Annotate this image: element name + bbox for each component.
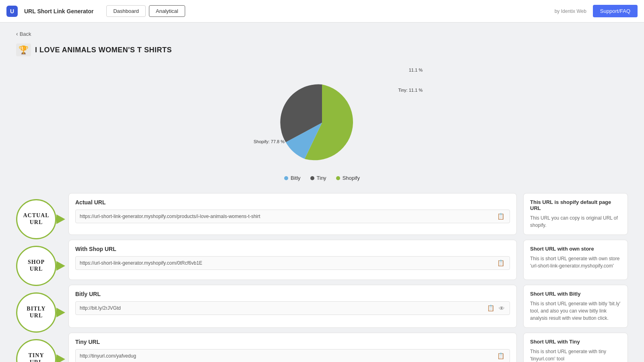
card-row-3: Tiny URLhttp://tinyurl.com/yafvedug📋Shor… [68,333,628,362]
bubble-wrapper-3: TinyURL [16,337,68,362]
copy-button-1[interactable]: 📋 [496,259,506,267]
copy-button-0[interactable]: 📋 [496,213,506,220]
analytical-button[interactable]: Analytical [149,5,185,17]
legend-shopify: Shopify [336,175,360,181]
bubble-wrapper-2: BitlyURL [16,290,68,335]
url-input-row-2: http://bit.ly/2rJVGtd📋👁 [75,301,510,315]
bubble-pointer-icon [56,354,65,362]
tiny-pct: 11.1 % [409,88,423,93]
desc-card-text-1: This is short URL generate with own stor… [530,255,621,269]
desc-card-3: Short URL with TinyThis is short URL gen… [523,333,628,362]
bubble-pointer-icon [56,308,65,317]
desc-card-text-2: This is short URL generate with bitly 'b… [530,300,621,322]
header-right: by Identix Web Support/FAQ [555,5,638,17]
app-logo: U [6,6,18,17]
legend-dot-bitly [284,176,288,180]
trophy-icon: 🏆 [16,43,31,56]
url-input-row-1: https://url-short-link-generator.myshopi… [75,256,510,270]
bubble-pointer-icon [56,261,65,271]
card-row-2: Bitly URLhttp://bit.ly/2rJVGtd📋👁Short UR… [68,285,628,328]
url-value-2: http://bit.ly/2rJVGtd [80,305,484,311]
product-title: I LOVE ANIMALS WOMEN'S T SHIRTS [35,46,172,54]
url-card-1: With Shop URLhttps://url-short-link-gene… [68,240,517,280]
desc-card-title-1: Short URL with own store [530,246,621,252]
header: U URL Short Link Generator Dashboard Ana… [0,0,644,23]
url-card-title-3: Tiny URL [75,339,510,345]
legend-tiny: Tiny [310,175,326,181]
desc-card-title-2: Short URL with Bitly [530,291,621,297]
cards-column: Actual URLhttps://url-short-link-generat… [68,193,628,362]
url-card-title-0: Actual URL [75,199,510,206]
legend-bitly: Bitly [284,175,301,181]
chart-legend: Bitly Tiny Shopify [284,175,360,181]
bubble-pointer-icon [56,214,65,224]
url-card-title-1: With Shop URL [75,246,510,252]
bubble-wrapper-1: ShopURL [16,244,68,288]
desc-card-2: Short URL with BitlyThis is short URL ge… [523,285,628,328]
url-input-row-3: http://tinyurl.com/yafvedug📋 [75,349,510,362]
back-link[interactable]: ‹ Back [16,31,628,37]
legend-label-shopify: Shopify [343,175,360,181]
card-row-1: With Shop URLhttps://url-short-link-gene… [68,240,628,280]
tiny-label: Tiny: 11.1 % [398,88,423,93]
bubble-wrapper-0: ActualURL [16,197,68,241]
url-card-title-2: Bitly URL [75,291,510,297]
app-title: URL Short Link Generator [24,8,93,14]
header-left: U URL Short Link Generator Dashboard Ana… [6,5,185,17]
bubble-2: BitlyURL [16,292,56,333]
url-card-3: Tiny URLhttp://tinyurl.com/yafvedug📋 [68,333,517,362]
desc-card-text-0: This URL you can copy is original URL of… [530,214,621,229]
copy-button-3[interactable]: 📋 [496,352,506,360]
header-nav: Dashboard Analytical [106,5,185,17]
url-value-0: https://url-short-link-generator.myshopi… [80,214,494,219]
bubble-3: TinyURL [16,339,56,362]
back-label: Back [20,31,31,37]
legend-label-bitly: Bitly [291,175,301,181]
attribution-text: by Identix Web [555,8,586,14]
pie-chart: Bitly: 11.1 % Tiny: 11.1 % Shopify: 77.8… [250,64,394,170]
url-card-2: Bitly URLhttp://bit.ly/2rJVGtd📋👁 [68,285,517,328]
card-row-0: Actual URLhttps://url-short-link-generat… [68,193,628,235]
copy-button-2[interactable]: 📋 [486,304,495,312]
desc-card-title-0: This URL is shopify default page URL [530,199,621,211]
bitly-label: 11.1 % [409,68,423,72]
dashboard-button[interactable]: Dashboard [106,5,146,17]
url-input-row-0: https://url-short-link-generator.myshopi… [75,210,510,223]
url-value-1: https://url-short-link-generator.myshopi… [80,260,494,266]
main-content: ‹ Back 🏆 I LOVE ANIMALS WOMEN'S T SHIRTS [0,23,644,362]
legend-label-tiny: Tiny [317,175,326,181]
bubble-0: ActualURL [16,199,56,239]
chart-area: Bitly: 11.1 % Tiny: 11.1 % Shopify: 77.8… [16,64,628,181]
desc-card-0: This URL is shopify default page URLThis… [523,193,628,235]
bubbles-column: ActualURLShopURLBitlyURLTinyURL [16,193,68,362]
product-title-row: 🏆 I LOVE ANIMALS WOMEN'S T SHIRTS [16,43,628,56]
bubble-1: ShopURL [16,246,56,286]
desc-card-title-3: Short URL with Tiny [530,339,621,345]
url-value-3: http://tinyurl.com/yafvedug [80,353,494,359]
chevron-left-icon: ‹ [16,31,18,37]
legend-dot-shopify [336,176,340,180]
content-layout: ActualURLShopURLBitlyURLTinyURL Actual U… [16,193,628,362]
url-card-0: Actual URLhttps://url-short-link-generat… [68,193,517,235]
legend-dot-tiny [310,176,314,180]
desc-card-1: Short URL with own storeThis is short UR… [523,240,628,280]
desc-card-text-3: This is short URL generate with tiny 'ti… [530,348,621,362]
eye-button-2[interactable]: 👁 [498,305,506,312]
support-button[interactable]: Support/FAQ [593,5,638,17]
